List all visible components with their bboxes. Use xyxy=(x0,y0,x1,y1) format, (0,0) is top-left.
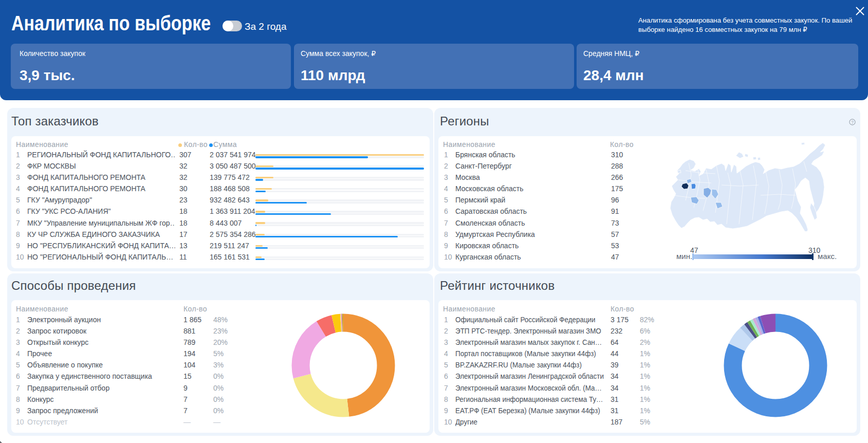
svg-text:?: ? xyxy=(851,120,854,125)
